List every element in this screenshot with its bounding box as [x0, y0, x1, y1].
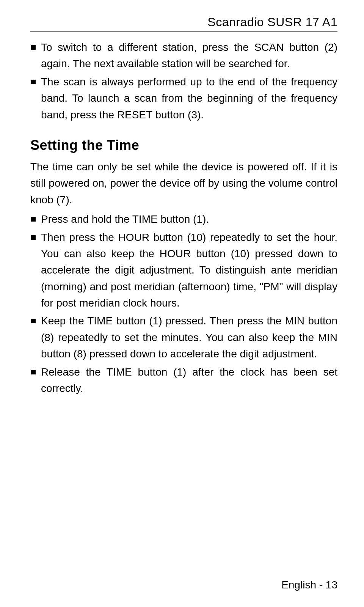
section-heading: Setting the Time	[30, 137, 337, 153]
list-item: Keep the TIME button (1) pressed. Then p…	[30, 313, 337, 362]
section-intro: The time can only be set while the devic…	[30, 159, 337, 208]
list-item: Press and hold the TIME button (1).	[30, 211, 337, 227]
list-item: To switch to a different station, press …	[30, 39, 337, 72]
header-divider	[30, 31, 337, 32]
section-bullet-list: Press and hold the TIME button (1). Then…	[30, 211, 337, 396]
top-bullet-list: To switch to a different station, press …	[30, 39, 337, 123]
page-footer: English - 13	[281, 579, 337, 591]
page-header-title: Scanradio SUSR 17 A1	[30, 15, 337, 31]
list-item: Then press the HOUR button (10) repeated…	[30, 229, 337, 311]
list-item: The scan is always performed up to the e…	[30, 74, 337, 123]
list-item: Release the TIME button (1) after the cl…	[30, 364, 337, 397]
